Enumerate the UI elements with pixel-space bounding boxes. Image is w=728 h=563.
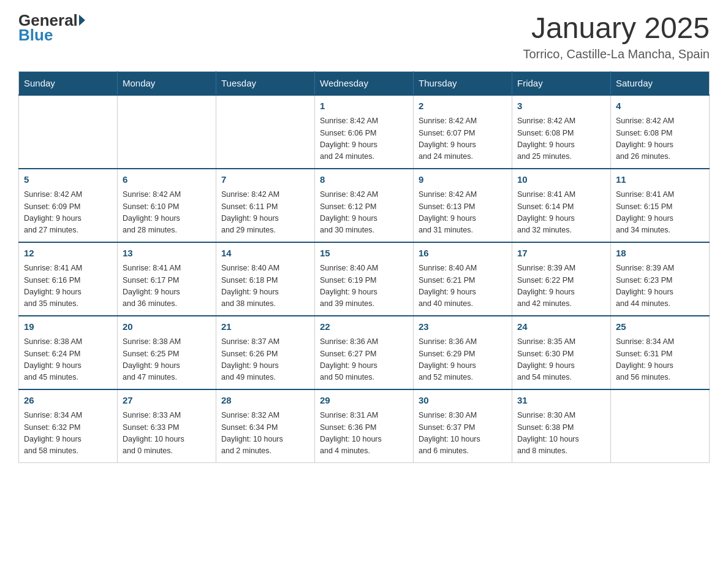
logo-arrow-icon [79, 15, 85, 26]
day-info: Sunrise: 8:30 AM Sunset: 6:37 PM Dayligh… [419, 410, 507, 458]
header-monday: Monday [118, 71, 216, 95]
day-number: 30 [419, 394, 507, 408]
day-cell-22: 22Sunrise: 8:36 AM Sunset: 6:27 PM Dayli… [315, 316, 414, 389]
day-cell-empty [611, 389, 710, 463]
day-info: Sunrise: 8:38 AM Sunset: 6:25 PM Dayligh… [123, 336, 211, 384]
day-info: Sunrise: 8:35 AM Sunset: 6:30 PM Dayligh… [517, 336, 605, 384]
week-row-4: 19Sunrise: 8:38 AM Sunset: 6:24 PM Dayli… [19, 316, 710, 389]
day-cell-19: 19Sunrise: 8:38 AM Sunset: 6:24 PM Dayli… [19, 316, 118, 389]
day-info: Sunrise: 8:42 AM Sunset: 6:06 PM Dayligh… [320, 115, 408, 163]
day-cell-6: 6Sunrise: 8:42 AM Sunset: 6:10 PM Daylig… [118, 169, 216, 242]
day-info: Sunrise: 8:39 AM Sunset: 6:23 PM Dayligh… [616, 262, 704, 310]
header-wednesday: Wednesday [315, 71, 414, 95]
logo-blue: Blue [18, 27, 53, 43]
day-cell-21: 21Sunrise: 8:37 AM Sunset: 6:26 PM Dayli… [216, 316, 315, 389]
calendar-table: SundayMondayTuesdayWednesdayThursdayFrid… [18, 71, 710, 463]
day-number: 15 [320, 247, 408, 261]
day-cell-1: 1Sunrise: 8:42 AM Sunset: 6:06 PM Daylig… [315, 95, 414, 169]
day-info: Sunrise: 8:40 AM Sunset: 6:18 PM Dayligh… [221, 262, 309, 310]
day-info: Sunrise: 8:42 AM Sunset: 6:12 PM Dayligh… [320, 189, 408, 237]
day-info: Sunrise: 8:34 AM Sunset: 6:31 PM Dayligh… [616, 336, 704, 384]
day-cell-8: 8Sunrise: 8:42 AM Sunset: 6:12 PM Daylig… [315, 169, 414, 242]
day-cell-18: 18Sunrise: 8:39 AM Sunset: 6:23 PM Dayli… [611, 242, 710, 316]
header-friday: Friday [512, 71, 611, 95]
day-cell-empty [216, 95, 315, 169]
day-info: Sunrise: 8:32 AM Sunset: 6:34 PM Dayligh… [221, 410, 309, 458]
day-number: 19 [24, 320, 112, 334]
day-cell-10: 10Sunrise: 8:41 AM Sunset: 6:14 PM Dayli… [512, 169, 611, 242]
day-number: 13 [123, 247, 211, 261]
day-info: Sunrise: 8:41 AM Sunset: 6:17 PM Dayligh… [123, 262, 211, 310]
day-number: 10 [517, 173, 605, 187]
day-number: 9 [419, 173, 507, 187]
day-number: 16 [419, 247, 507, 261]
day-cell-empty [19, 95, 118, 169]
day-info: Sunrise: 8:40 AM Sunset: 6:21 PM Dayligh… [419, 262, 507, 310]
day-number: 21 [221, 320, 309, 334]
day-number: 26 [24, 394, 112, 408]
day-cell-3: 3Sunrise: 8:42 AM Sunset: 6:08 PM Daylig… [512, 95, 611, 169]
day-number: 3 [517, 99, 605, 113]
day-number: 23 [419, 320, 507, 334]
header-thursday: Thursday [414, 71, 512, 95]
day-cell-14: 14Sunrise: 8:40 AM Sunset: 6:18 PM Dayli… [216, 242, 315, 316]
day-cell-13: 13Sunrise: 8:41 AM Sunset: 6:17 PM Dayli… [118, 242, 216, 316]
day-info: Sunrise: 8:42 AM Sunset: 6:09 PM Dayligh… [24, 189, 112, 237]
day-number: 29 [320, 394, 408, 408]
page-title: January 2025 [523, 12, 710, 45]
day-info: Sunrise: 8:33 AM Sunset: 6:33 PM Dayligh… [123, 410, 211, 458]
day-cell-15: 15Sunrise: 8:40 AM Sunset: 6:19 PM Dayli… [315, 242, 414, 316]
day-cell-28: 28Sunrise: 8:32 AM Sunset: 6:34 PM Dayli… [216, 389, 315, 463]
day-cell-2: 2Sunrise: 8:42 AM Sunset: 6:07 PM Daylig… [414, 95, 512, 169]
title-section: January 2025 Torrico, Castille-La Mancha… [523, 12, 710, 61]
week-row-3: 12Sunrise: 8:41 AM Sunset: 6:16 PM Dayli… [19, 242, 710, 316]
day-info: Sunrise: 8:42 AM Sunset: 6:08 PM Dayligh… [616, 115, 704, 163]
day-cell-25: 25Sunrise: 8:34 AM Sunset: 6:31 PM Dayli… [611, 316, 710, 389]
header-sunday: Sunday [19, 71, 118, 95]
day-cell-27: 27Sunrise: 8:33 AM Sunset: 6:33 PM Dayli… [118, 389, 216, 463]
day-info: Sunrise: 8:42 AM Sunset: 6:13 PM Dayligh… [419, 189, 507, 237]
day-number: 24 [517, 320, 605, 334]
day-info: Sunrise: 8:41 AM Sunset: 6:15 PM Dayligh… [616, 189, 704, 237]
day-header-row: SundayMondayTuesdayWednesdayThursdayFrid… [19, 71, 710, 95]
day-number: 22 [320, 320, 408, 334]
page-subtitle: Torrico, Castille-La Mancha, Spain [523, 47, 710, 61]
day-number: 18 [616, 247, 704, 261]
day-cell-9: 9Sunrise: 8:42 AM Sunset: 6:13 PM Daylig… [414, 169, 512, 242]
day-info: Sunrise: 8:42 AM Sunset: 6:07 PM Dayligh… [419, 115, 507, 163]
day-info: Sunrise: 8:39 AM Sunset: 6:22 PM Dayligh… [517, 262, 605, 310]
day-info: Sunrise: 8:42 AM Sunset: 6:10 PM Dayligh… [123, 189, 211, 237]
day-info: Sunrise: 8:42 AM Sunset: 6:08 PM Dayligh… [517, 115, 605, 163]
page-header: General Blue January 2025 Torrico, Casti… [18, 12, 710, 61]
day-info: Sunrise: 8:41 AM Sunset: 6:14 PM Dayligh… [517, 189, 605, 237]
day-number: 4 [616, 99, 704, 113]
day-info: Sunrise: 8:30 AM Sunset: 6:38 PM Dayligh… [517, 410, 605, 458]
header-tuesday: Tuesday [216, 71, 315, 95]
day-number: 5 [24, 173, 112, 187]
day-cell-31: 31Sunrise: 8:30 AM Sunset: 6:38 PM Dayli… [512, 389, 611, 463]
day-cell-26: 26Sunrise: 8:34 AM Sunset: 6:32 PM Dayli… [19, 389, 118, 463]
day-cell-4: 4Sunrise: 8:42 AM Sunset: 6:08 PM Daylig… [611, 95, 710, 169]
day-cell-11: 11Sunrise: 8:41 AM Sunset: 6:15 PM Dayli… [611, 169, 710, 242]
day-number: 2 [419, 99, 507, 113]
day-cell-5: 5Sunrise: 8:42 AM Sunset: 6:09 PM Daylig… [19, 169, 118, 242]
calendar-header: SundayMondayTuesdayWednesdayThursdayFrid… [19, 71, 710, 95]
day-number: 28 [221, 394, 309, 408]
header-saturday: Saturday [611, 71, 710, 95]
day-info: Sunrise: 8:34 AM Sunset: 6:32 PM Dayligh… [24, 410, 112, 458]
day-info: Sunrise: 8:40 AM Sunset: 6:19 PM Dayligh… [320, 262, 408, 310]
week-row-2: 5Sunrise: 8:42 AM Sunset: 6:09 PM Daylig… [19, 169, 710, 242]
day-info: Sunrise: 8:37 AM Sunset: 6:26 PM Dayligh… [221, 336, 309, 384]
day-number: 11 [616, 173, 704, 187]
day-number: 12 [24, 247, 112, 261]
day-cell-20: 20Sunrise: 8:38 AM Sunset: 6:25 PM Dayli… [118, 316, 216, 389]
logo: General Blue [18, 12, 85, 43]
day-cell-16: 16Sunrise: 8:40 AM Sunset: 6:21 PM Dayli… [414, 242, 512, 316]
day-info: Sunrise: 8:38 AM Sunset: 6:24 PM Dayligh… [24, 336, 112, 384]
day-number: 27 [123, 394, 211, 408]
day-info: Sunrise: 8:36 AM Sunset: 6:29 PM Dayligh… [419, 336, 507, 384]
day-info: Sunrise: 8:36 AM Sunset: 6:27 PM Dayligh… [320, 336, 408, 384]
day-cell-30: 30Sunrise: 8:30 AM Sunset: 6:37 PM Dayli… [414, 389, 512, 463]
week-row-5: 26Sunrise: 8:34 AM Sunset: 6:32 PM Dayli… [19, 389, 710, 463]
day-number: 8 [320, 173, 408, 187]
